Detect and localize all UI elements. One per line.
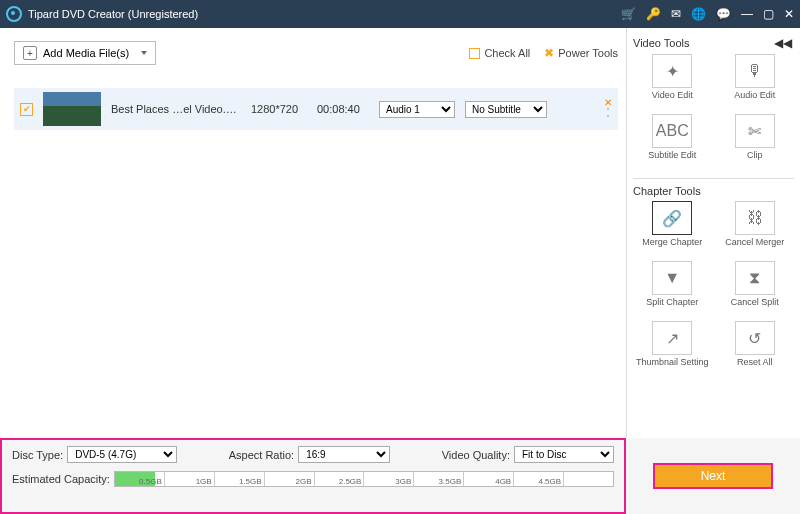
globe-icon[interactable]: 🌐 <box>691 7 706 21</box>
video-tool-icon-0: ✦ <box>652 54 692 88</box>
cart-icon[interactable]: 🛒 <box>621 7 636 21</box>
bottom-bar: Disc Type: DVD-5 (4.7G) Aspect Ratio: 16… <box>0 438 800 514</box>
mail-icon[interactable]: ✉ <box>671 7 681 21</box>
video-tool-icon-1: 🎙 <box>735 54 775 88</box>
add-media-label: Add Media File(s) <box>43 47 129 59</box>
disc-type-select[interactable]: DVD-5 (4.7G) <box>67 446 177 463</box>
chapter-tool-icon-1: ⛓ <box>735 201 775 235</box>
video-tool-1[interactable]: 🎙Audio Edit <box>718 54 793 112</box>
chapter-tools-title: Chapter Tools <box>633 185 701 197</box>
maximize-icon[interactable]: ▢ <box>763 7 774 21</box>
check-all-label: Check All <box>484 47 530 59</box>
titlebar: Tipard DVD Creator (Unregistered) 🛒 🔑 ✉ … <box>0 0 800 28</box>
video-tool-label-3: Clip <box>747 150 763 172</box>
video-tools-title: Video Tools <box>633 37 689 49</box>
chapter-tool-5[interactable]: ↺Reset All <box>718 321 793 379</box>
chapter-tool-icon-4: ↗ <box>652 321 692 355</box>
chapter-tool-0[interactable]: 🔗Merge Chapter <box>635 201 710 259</box>
key-icon[interactable]: 🔑 <box>646 7 661 21</box>
app-logo-icon <box>6 6 22 22</box>
remove-row-icon[interactable]: ✕ <box>604 97 612 108</box>
collapse-icon[interactable]: ◀◀ <box>774 36 792 50</box>
subtitle-select[interactable]: No Subtitle <box>465 101 547 118</box>
main-panel: + Add Media File(s) Check All ✖ Power To… <box>0 28 626 438</box>
chapter-tools-header: Chapter Tools <box>631 183 796 201</box>
chevron-down-icon <box>141 51 147 55</box>
chapter-tool-icon-0: 🔗 <box>652 201 692 235</box>
row-checkbox[interactable]: ✔ <box>20 103 33 116</box>
resolution: 1280*720 <box>251 103 307 115</box>
reorder-down-icon[interactable]: ˅ <box>606 116 610 122</box>
disc-type-label: Disc Type: <box>12 449 63 461</box>
minimize-icon[interactable]: — <box>741 7 753 21</box>
video-tool-0[interactable]: ✦Video Edit <box>635 54 710 112</box>
checkbox-icon <box>469 48 480 59</box>
media-row[interactable]: ✔ Best Places …el Video.wmv 1280*720 00:… <box>14 88 618 130</box>
chapter-tool-label-4: Thumbnail Setting <box>636 357 709 379</box>
tools-sidebar: Video Tools ◀◀ ✦Video Edit🎙Audio EditABC… <box>626 28 800 438</box>
audio-select[interactable]: Audio 1 <box>379 101 455 118</box>
check-all-button[interactable]: Check All <box>469 47 530 59</box>
video-tool-2[interactable]: ABCSubtitle Edit <box>635 114 710 172</box>
video-tool-label-0: Video Edit <box>652 90 693 112</box>
video-tool-label-2: Subtitle Edit <box>648 150 696 172</box>
capacity-ticks: 0.5GB1GB1.5GB2GB2.5GB3GB3.5GB4GB4.5GB <box>115 472 613 486</box>
chapter-tool-label-5: Reset All <box>737 357 773 379</box>
duration: 00:08:40 <box>317 103 369 115</box>
capacity-bar: 0.5GB1GB1.5GB2GB2.5GB3GB3.5GB4GB4.5GB <box>114 471 614 487</box>
chapter-tool-4[interactable]: ↗Thumbnail Setting <box>635 321 710 379</box>
add-media-button[interactable]: + Add Media File(s) <box>14 41 156 65</box>
chapter-tool-icon-5: ↺ <box>735 321 775 355</box>
chapter-tool-icon-2: ▼ <box>652 261 692 295</box>
next-button[interactable]: Next <box>653 463 773 489</box>
chapter-tool-label-3: Cancel Split <box>731 297 779 319</box>
video-thumbnail[interactable] <box>43 92 101 126</box>
window-controls: 🛒 🔑 ✉ 🌐 💬 — ▢ ✕ <box>621 7 794 21</box>
top-toolbar: + Add Media File(s) Check All ✖ Power To… <box>14 38 618 68</box>
chat-icon[interactable]: 💬 <box>716 7 731 21</box>
video-tool-label-1: Audio Edit <box>734 90 775 112</box>
power-tools-label: Power Tools <box>558 47 618 59</box>
chapter-tool-label-0: Merge Chapter <box>642 237 702 259</box>
aspect-ratio-select[interactable]: 16:9 <box>298 446 390 463</box>
plus-icon: + <box>23 46 37 60</box>
video-quality-label: Video Quality: <box>442 449 510 461</box>
window-title: Tipard DVD Creator (Unregistered) <box>28 8 621 20</box>
power-tools-button[interactable]: ✖ Power Tools <box>544 46 618 60</box>
video-quality-select[interactable]: Fit to Disc <box>514 446 614 463</box>
chapter-tool-1[interactable]: ⛓Cancel Merger <box>718 201 793 259</box>
video-tool-icon-2: ABC <box>652 114 692 148</box>
wrench-icon: ✖ <box>544 46 554 60</box>
chapter-tool-label-1: Cancel Merger <box>725 237 784 259</box>
filename: Best Places …el Video.wmv <box>111 103 241 115</box>
aspect-ratio-label: Aspect Ratio: <box>229 449 294 461</box>
close-icon[interactable]: ✕ <box>784 7 794 21</box>
video-tools-header: Video Tools ◀◀ <box>631 34 796 54</box>
video-tool-3[interactable]: ✄Clip <box>718 114 793 172</box>
capacity-label: Estimated Capacity: <box>12 473 110 485</box>
video-tool-icon-3: ✄ <box>735 114 775 148</box>
chapter-tool-2[interactable]: ▼Split Chapter <box>635 261 710 319</box>
chapter-tool-3[interactable]: ⧗Cancel Split <box>718 261 793 319</box>
chapter-tool-icon-3: ⧗ <box>735 261 775 295</box>
chapter-tool-label-2: Split Chapter <box>646 297 698 319</box>
output-settings: Disc Type: DVD-5 (4.7G) Aspect Ratio: 16… <box>0 438 626 514</box>
